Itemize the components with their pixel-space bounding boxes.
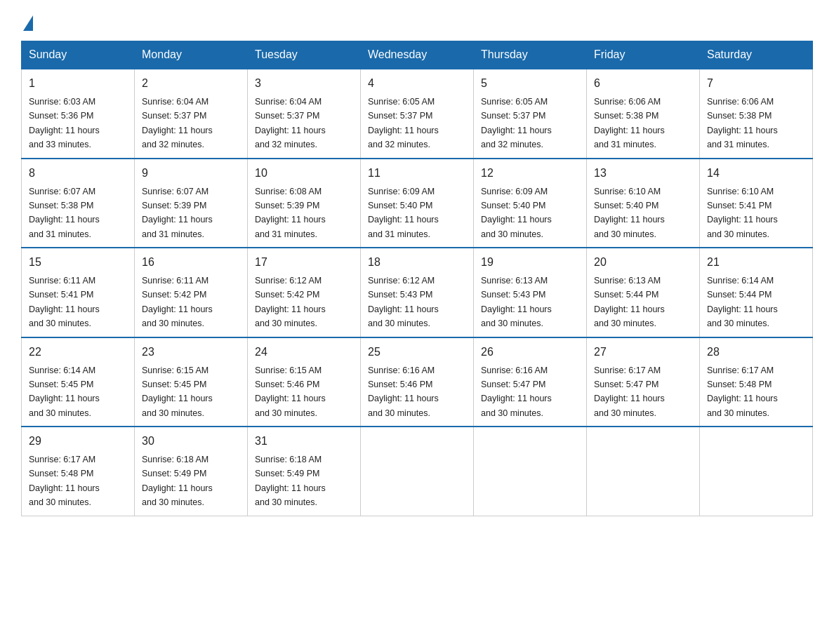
calendar-cell: 20Sunrise: 6:13 AMSunset: 5:44 PMDayligh… xyxy=(587,248,700,337)
day-info: Sunrise: 6:03 AMSunset: 5:36 PMDaylight:… xyxy=(29,97,100,149)
calendar-cell: 1Sunrise: 6:03 AMSunset: 5:36 PMDaylight… xyxy=(22,69,135,159)
calendar-cell: 23Sunrise: 6:15 AMSunset: 5:45 PMDayligh… xyxy=(135,337,248,427)
calendar-cell xyxy=(700,427,813,516)
day-info: Sunrise: 6:16 AMSunset: 5:46 PMDaylight:… xyxy=(368,365,439,418)
day-info: Sunrise: 6:06 AMSunset: 5:38 PMDaylight:… xyxy=(707,97,778,149)
day-number: 28 xyxy=(707,344,805,361)
day-number: 22 xyxy=(29,344,127,361)
calendar-cell: 26Sunrise: 6:16 AMSunset: 5:47 PMDayligh… xyxy=(474,337,587,427)
calendar-cell: 12Sunrise: 6:09 AMSunset: 5:40 PMDayligh… xyxy=(474,159,587,248)
day-info: Sunrise: 6:15 AMSunset: 5:45 PMDaylight:… xyxy=(142,365,213,418)
day-number: 5 xyxy=(481,75,579,92)
calendar-cell: 11Sunrise: 6:09 AMSunset: 5:40 PMDayligh… xyxy=(361,159,474,248)
calendar-header-row: SundayMondayTuesdayWednesdayThursdayFrid… xyxy=(22,41,813,69)
calendar-table: SundayMondayTuesdayWednesdayThursdayFrid… xyxy=(21,41,813,516)
day-number: 17 xyxy=(255,254,353,271)
calendar-cell: 31Sunrise: 6:18 AMSunset: 5:49 PMDayligh… xyxy=(248,427,361,516)
calendar-cell: 4Sunrise: 6:05 AMSunset: 5:37 PMDaylight… xyxy=(361,69,474,159)
day-number: 31 xyxy=(255,433,353,450)
day-info: Sunrise: 6:10 AMSunset: 5:40 PMDaylight:… xyxy=(594,187,665,239)
day-info: Sunrise: 6:14 AMSunset: 5:45 PMDaylight:… xyxy=(29,365,100,418)
calendar-cell: 16Sunrise: 6:11 AMSunset: 5:42 PMDayligh… xyxy=(135,248,248,337)
page-header xyxy=(21,14,813,28)
logo xyxy=(21,14,33,28)
day-info: Sunrise: 6:11 AMSunset: 5:41 PMDaylight:… xyxy=(29,276,100,328)
calendar-cell: 25Sunrise: 6:16 AMSunset: 5:46 PMDayligh… xyxy=(361,337,474,427)
calendar-cell: 13Sunrise: 6:10 AMSunset: 5:40 PMDayligh… xyxy=(587,159,700,248)
day-number: 25 xyxy=(368,344,466,361)
calendar-cell: 10Sunrise: 6:08 AMSunset: 5:39 PMDayligh… xyxy=(248,159,361,248)
calendar-cell: 6Sunrise: 6:06 AMSunset: 5:38 PMDaylight… xyxy=(587,69,700,159)
week-row-1: 1Sunrise: 6:03 AMSunset: 5:36 PMDaylight… xyxy=(22,69,813,159)
day-info: Sunrise: 6:08 AMSunset: 5:39 PMDaylight:… xyxy=(255,187,326,239)
calendar-cell: 28Sunrise: 6:17 AMSunset: 5:48 PMDayligh… xyxy=(700,337,813,427)
day-number: 27 xyxy=(594,344,692,361)
calendar-cell: 8Sunrise: 6:07 AMSunset: 5:38 PMDaylight… xyxy=(22,159,135,248)
day-info: Sunrise: 6:09 AMSunset: 5:40 PMDaylight:… xyxy=(368,187,439,239)
day-info: Sunrise: 6:11 AMSunset: 5:42 PMDaylight:… xyxy=(142,276,213,328)
day-number: 15 xyxy=(29,254,127,271)
day-number: 1 xyxy=(29,75,127,92)
day-number: 24 xyxy=(255,344,353,361)
day-info: Sunrise: 6:05 AMSunset: 5:37 PMDaylight:… xyxy=(481,97,552,149)
calendar-cell: 19Sunrise: 6:13 AMSunset: 5:43 PMDayligh… xyxy=(474,248,587,337)
day-number: 21 xyxy=(707,254,805,271)
header-thursday: Thursday xyxy=(474,41,587,69)
logo-triangle-icon xyxy=(23,15,33,31)
calendar-cell: 24Sunrise: 6:15 AMSunset: 5:46 PMDayligh… xyxy=(248,337,361,427)
day-number: 6 xyxy=(594,75,692,92)
calendar-cell: 3Sunrise: 6:04 AMSunset: 5:37 PMDaylight… xyxy=(248,69,361,159)
day-info: Sunrise: 6:05 AMSunset: 5:37 PMDaylight:… xyxy=(368,97,439,149)
day-number: 7 xyxy=(707,75,805,92)
logo-top xyxy=(21,14,33,31)
day-info: Sunrise: 6:12 AMSunset: 5:42 PMDaylight:… xyxy=(255,276,326,328)
calendar-cell: 9Sunrise: 6:07 AMSunset: 5:39 PMDaylight… xyxy=(135,159,248,248)
day-number: 16 xyxy=(142,254,240,271)
day-number: 13 xyxy=(594,165,692,182)
calendar-cell: 18Sunrise: 6:12 AMSunset: 5:43 PMDayligh… xyxy=(361,248,474,337)
day-info: Sunrise: 6:17 AMSunset: 5:48 PMDaylight:… xyxy=(707,365,778,418)
week-row-2: 8Sunrise: 6:07 AMSunset: 5:38 PMDaylight… xyxy=(22,159,813,248)
calendar-cell: 14Sunrise: 6:10 AMSunset: 5:41 PMDayligh… xyxy=(700,159,813,248)
day-info: Sunrise: 6:18 AMSunset: 5:49 PMDaylight:… xyxy=(142,455,213,507)
calendar-cell: 22Sunrise: 6:14 AMSunset: 5:45 PMDayligh… xyxy=(22,337,135,427)
header-saturday: Saturday xyxy=(700,41,813,69)
day-info: Sunrise: 6:07 AMSunset: 5:38 PMDaylight:… xyxy=(29,187,100,239)
calendar-cell: 17Sunrise: 6:12 AMSunset: 5:42 PMDayligh… xyxy=(248,248,361,337)
day-info: Sunrise: 6:12 AMSunset: 5:43 PMDaylight:… xyxy=(368,276,439,328)
calendar-cell: 5Sunrise: 6:05 AMSunset: 5:37 PMDaylight… xyxy=(474,69,587,159)
day-info: Sunrise: 6:17 AMSunset: 5:48 PMDaylight:… xyxy=(29,455,100,507)
header-tuesday: Tuesday xyxy=(248,41,361,69)
day-info: Sunrise: 6:18 AMSunset: 5:49 PMDaylight:… xyxy=(255,455,326,507)
header-wednesday: Wednesday xyxy=(361,41,474,69)
day-number: 14 xyxy=(707,165,805,182)
day-number: 2 xyxy=(142,75,240,92)
day-number: 8 xyxy=(29,165,127,182)
calendar-cell: 21Sunrise: 6:14 AMSunset: 5:44 PMDayligh… xyxy=(700,248,813,337)
day-info: Sunrise: 6:07 AMSunset: 5:39 PMDaylight:… xyxy=(142,187,213,239)
day-info: Sunrise: 6:13 AMSunset: 5:44 PMDaylight:… xyxy=(594,276,665,328)
week-row-3: 15Sunrise: 6:11 AMSunset: 5:41 PMDayligh… xyxy=(22,248,813,337)
day-number: 18 xyxy=(368,254,466,271)
day-info: Sunrise: 6:09 AMSunset: 5:40 PMDaylight:… xyxy=(481,187,552,239)
day-number: 20 xyxy=(594,254,692,271)
day-number: 9 xyxy=(142,165,240,182)
day-info: Sunrise: 6:04 AMSunset: 5:37 PMDaylight:… xyxy=(255,97,326,149)
calendar-cell: 15Sunrise: 6:11 AMSunset: 5:41 PMDayligh… xyxy=(22,248,135,337)
day-info: Sunrise: 6:06 AMSunset: 5:38 PMDaylight:… xyxy=(594,97,665,149)
day-info: Sunrise: 6:17 AMSunset: 5:47 PMDaylight:… xyxy=(594,365,665,418)
day-number: 23 xyxy=(142,344,240,361)
calendar-cell: 7Sunrise: 6:06 AMSunset: 5:38 PMDaylight… xyxy=(700,69,813,159)
day-number: 26 xyxy=(481,344,579,361)
calendar-cell xyxy=(474,427,587,516)
header-monday: Monday xyxy=(135,41,248,69)
day-info: Sunrise: 6:10 AMSunset: 5:41 PMDaylight:… xyxy=(707,187,778,239)
day-info: Sunrise: 6:16 AMSunset: 5:47 PMDaylight:… xyxy=(481,365,552,418)
day-info: Sunrise: 6:04 AMSunset: 5:37 PMDaylight:… xyxy=(142,97,213,149)
week-row-5: 29Sunrise: 6:17 AMSunset: 5:48 PMDayligh… xyxy=(22,427,813,516)
day-number: 3 xyxy=(255,75,353,92)
day-number: 12 xyxy=(481,165,579,182)
week-row-4: 22Sunrise: 6:14 AMSunset: 5:45 PMDayligh… xyxy=(22,337,813,427)
calendar-cell: 29Sunrise: 6:17 AMSunset: 5:48 PMDayligh… xyxy=(22,427,135,516)
calendar-cell: 27Sunrise: 6:17 AMSunset: 5:47 PMDayligh… xyxy=(587,337,700,427)
